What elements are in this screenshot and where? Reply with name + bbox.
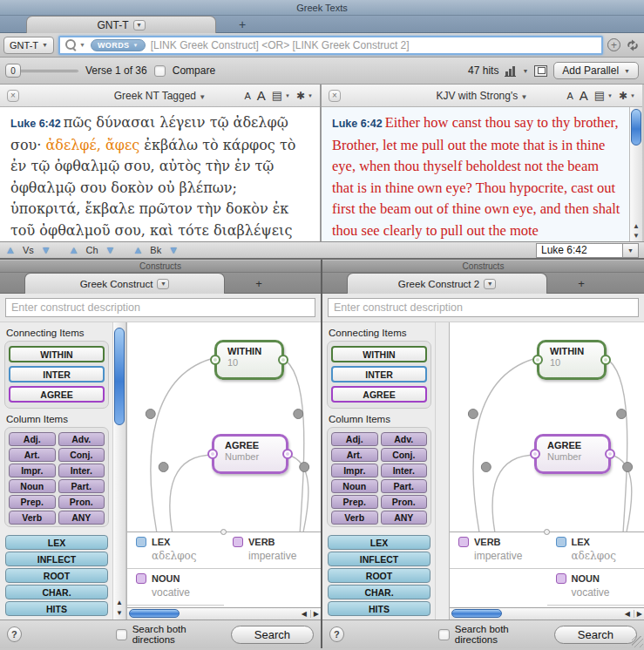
search-button[interactable]: Search (231, 626, 314, 644)
construct-column-2[interactable]: VERB imperative (224, 532, 321, 607)
construct-column-2[interactable]: LEX αδελφος NOUN vocative (547, 532, 644, 607)
node-port-right[interactable] (278, 355, 288, 365)
tag-item-button[interactable]: HITS (328, 601, 430, 616)
new-tab-button[interactable]: + (228, 273, 289, 294)
connecting-item-button[interactable]: WITHIN (9, 346, 105, 362)
pos-item-button[interactable]: Verb (331, 511, 378, 525)
construct-description-input[interactable] (328, 298, 639, 317)
pos-item-button[interactable]: Pron. (58, 495, 105, 509)
kjv-scrollbar[interactable]: ▲▼ (629, 107, 642, 241)
splitter-handle-icon[interactable] (544, 529, 550, 535)
chevron-down-icon[interactable]: ▼ (522, 68, 528, 74)
pos-item-button[interactable]: Inter. (58, 464, 105, 477)
column-item-cell[interactable]: LEX αδελφος (547, 532, 644, 569)
add-parallel-button[interactable]: Add Parallel ▼ (553, 62, 639, 79)
scroll-right-icon[interactable]: ▶ (634, 610, 642, 618)
construct-arc-area[interactable]: WITHIN 10 AGREE Number (127, 322, 321, 532)
construct-column-1[interactable]: LEX αδελφος NOUN vocative (127, 532, 224, 607)
pos-item-button[interactable]: Art. (331, 448, 378, 462)
decrease-font-button[interactable]: A (244, 91, 250, 101)
pos-item-button[interactable]: Verb (9, 511, 56, 525)
item-type-icon[interactable] (233, 537, 243, 547)
construct-titlebar[interactable]: Constructs (0, 260, 321, 273)
connecting-item-button[interactable]: INTER (9, 366, 105, 383)
chapter-up-button[interactable]: ▲ (69, 245, 79, 255)
hits-graph-icon[interactable] (505, 65, 516, 77)
node-port-right[interactable] (605, 449, 615, 459)
tab-dropdown-icon[interactable]: ▼ (133, 20, 146, 30)
pos-item-button[interactable]: Adv. (381, 432, 428, 446)
node-port-right[interactable] (600, 355, 611, 365)
add-search-button[interactable]: + (607, 38, 620, 51)
search-options-caret-icon[interactable]: ▼ (79, 42, 85, 48)
scrollbar-thumb[interactable] (451, 609, 502, 618)
scroll-left-icon[interactable]: ◀ (299, 610, 307, 618)
pos-item-button[interactable]: Adj. (331, 432, 378, 446)
goto-dropdown-button[interactable]: ▼ (623, 243, 639, 258)
tab-dropdown-icon[interactable]: ▼ (157, 279, 169, 289)
pos-item-button[interactable]: Conj. (58, 448, 105, 462)
pos-item-button[interactable]: Pron. (381, 495, 428, 509)
construct-titlebar[interactable]: Constructs (322, 260, 644, 273)
item-type-icon[interactable] (556, 537, 566, 547)
node-value[interactable]: 10 (550, 357, 604, 368)
node-value[interactable]: 10 (227, 357, 281, 368)
within-node[interactable]: WITHIN 10 (214, 340, 284, 380)
chapter-down-button[interactable]: ▼ (105, 245, 116, 255)
help-button[interactable]: ? (329, 626, 344, 642)
gear-icon[interactable]: ✱ (296, 91, 305, 101)
scrollbar-thumb[interactable] (129, 609, 180, 618)
pos-item-button[interactable]: Inter. (381, 464, 428, 477)
tab-dropdown-icon[interactable]: ▼ (484, 279, 496, 289)
agree-node[interactable]: AGREE Number (212, 434, 288, 474)
pos-item-button[interactable]: Impr. (9, 464, 56, 477)
scrollbar-thumb[interactable] (631, 109, 641, 146)
scrollbar-arrows[interactable]: ▲▼ (113, 599, 125, 617)
compare-checkbox[interactable] (154, 65, 166, 77)
pos-item-button[interactable]: Art. (9, 448, 56, 462)
node-port-left[interactable] (207, 449, 218, 459)
greek-text[interactable]: Luke 6:42πῶς δύνασαι λέγειν τῷ ἀδελφῷ σο… (0, 107, 320, 241)
palette-scrollbar[interactable]: ▲▼ (113, 322, 126, 620)
scrollbar-arrows[interactable]: ▲▼ (630, 222, 642, 240)
new-tab-button[interactable]: + (551, 273, 612, 294)
verse-reference[interactable]: Luke 6:42 (332, 118, 383, 130)
close-icon[interactable]: × (329, 90, 341, 102)
new-tab-button[interactable]: + (216, 16, 268, 33)
tag-item-button[interactable]: HITS (5, 601, 108, 616)
verse-down-button[interactable]: ▼ (41, 245, 51, 255)
construct-description-input[interactable] (5, 298, 315, 317)
node-port-left[interactable] (530, 449, 540, 459)
tag-item-button[interactable]: INFLECT (5, 552, 108, 566)
verse-reference[interactable]: Luke 6:42 (10, 118, 61, 130)
construct-arc-area[interactable]: WITHIN 10 AGREE Number (450, 322, 644, 532)
verse-slider[interactable]: 0 (5, 64, 78, 78)
column-item-cell[interactable]: VERB imperative (450, 532, 547, 569)
amplify-recycle-icon[interactable] (625, 37, 641, 53)
help-button[interactable]: ? (7, 626, 22, 642)
tag-item-button[interactable]: ROOT (5, 568, 108, 583)
book-down-button[interactable]: ▼ (168, 245, 179, 255)
pos-item-button[interactable]: Conj. (381, 448, 428, 462)
within-node[interactable]: WITHIN 10 (537, 340, 607, 380)
scroll-right-icon[interactable]: ▶ (310, 610, 319, 618)
item-type-icon[interactable] (136, 537, 146, 547)
module-select-button[interactable]: GNT-T ▼ (3, 37, 54, 54)
pos-item-button[interactable]: Prep. (331, 495, 378, 509)
search-button[interactable]: Search (554, 626, 637, 644)
column-item-cell[interactable]: NOUN vocative (547, 569, 644, 606)
scroll-left-icon[interactable]: ◀ (622, 610, 630, 618)
pos-item-button[interactable]: Adv. (58, 432, 105, 446)
tag-item-button[interactable]: LEX (328, 535, 430, 550)
tag-item-button[interactable]: INFLECT (328, 552, 430, 566)
pos-item-button[interactable]: Impr. (331, 464, 378, 477)
pos-item-button[interactable]: Part. (381, 479, 428, 493)
words-scope-pill[interactable]: WORDS ▼ (91, 39, 146, 51)
column-item-cell[interactable]: VERB imperative (224, 532, 321, 569)
details-window-icon[interactable] (534, 65, 547, 77)
node-port-right[interactable] (282, 449, 293, 459)
item-type-icon[interactable] (458, 537, 469, 547)
display-settings-icon[interactable]: ▤ (594, 90, 605, 101)
book-up-button[interactable]: ▲ (132, 245, 143, 255)
column-item-cell[interactable]: NOUN vocative (127, 569, 224, 606)
